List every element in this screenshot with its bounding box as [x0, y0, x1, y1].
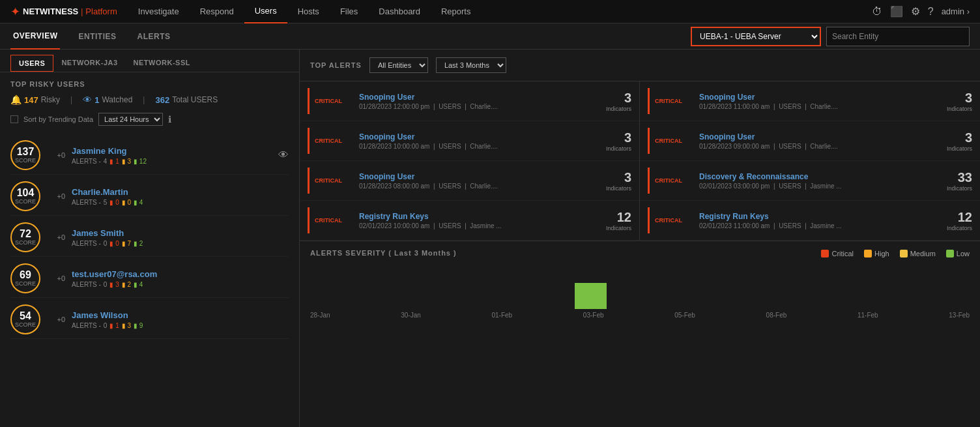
nav-files[interactable]: Files: [330, 0, 368, 23]
risky-stat[interactable]: 🔔 147 Risky: [10, 95, 60, 105]
alerts-label: ALERTS -: [72, 322, 101, 329]
tab-network-ssl[interactable]: NETWORK-SSL: [126, 55, 198, 72]
alert-name[interactable]: Registry Run Keys: [699, 212, 942, 221]
clock-icon[interactable]: ⏱: [872, 6, 882, 18]
critical-line: [308, 168, 310, 194]
score-number: 72: [20, 229, 31, 239]
indicator-number: 3: [606, 170, 631, 185]
indicators-count: 3 Indicators: [606, 91, 631, 112]
alert-red-count: ▮ 1: [109, 158, 119, 165]
sort-select[interactable]: Last 24 Hours: [98, 113, 163, 126]
search-entity-input[interactable]: [826, 27, 970, 46]
alert-name[interactable]: Snooping User: [359, 132, 601, 141]
tab-users[interactable]: USERS: [10, 55, 53, 72]
user-list: 137 SCORE +0 Jasmine King ALERTS - 4 ▮ 1…: [10, 136, 289, 339]
entities-filter[interactable]: All Entities: [369, 57, 428, 73]
alert-info: Registry Run Keys 02/01/2023 10:00:00 am…: [359, 212, 601, 229]
alert-name[interactable]: Snooping User: [359, 172, 601, 181]
critical-label: CRITICAL: [655, 177, 694, 184]
nav-items: Investigate Respond Users Hosts Files Da…: [128, 0, 872, 23]
user-alerts: ALERTS - 0 ▮ 3 ▮ 2 ▮ 4: [72, 281, 289, 288]
total-count: 362: [155, 95, 169, 105]
indicator-label: Indicators: [606, 225, 631, 231]
critical-label: CRITICAL: [315, 177, 354, 184]
alert-info: Discovery & Reconnaissance 02/01/2023 03…: [699, 172, 942, 190]
x-label: 13-Feb: [949, 312, 970, 319]
top-navigation: ✦ NETWITNESS | Platform Investigate Resp…: [0, 0, 980, 23]
legend-critical-label: Critical: [831, 250, 854, 258]
alert-green-count: ▮ 9: [134, 322, 143, 329]
legend-medium-label: Medium: [910, 250, 936, 258]
logo-icon: ✦: [10, 5, 20, 19]
indicator-number: 12: [606, 210, 631, 225]
indicators-count: 3 Indicators: [606, 130, 631, 152]
sec-nav-entities[interactable]: ENTITIES: [76, 23, 119, 50]
legend-low: Low: [946, 250, 970, 258]
settings-icon[interactable]: ⚙: [911, 5, 920, 18]
chart-bar: [575, 283, 606, 309]
severity-label-container: CRITICAL: [315, 138, 354, 144]
severity-label-container: CRITICAL: [315, 98, 354, 104]
user-change: +0: [47, 192, 65, 200]
total-stat[interactable]: 362 Total USERS: [155, 95, 218, 105]
x-label: 30-Jan: [401, 312, 421, 319]
alert-name[interactable]: Discovery & Reconnaissance: [699, 172, 942, 181]
alert-info: Snooping User 01/28/2023 10:00:00 am | U…: [359, 132, 601, 150]
user-name[interactable]: James Smith: [72, 228, 289, 238]
monitor-icon[interactable]: ⬛: [890, 5, 903, 18]
alert-row: CRITICAL Snooping User 01/28/2023 12:00:…: [300, 81, 639, 121]
alert-name[interactable]: Snooping User: [359, 93, 601, 102]
section-title: TOP RISKY USERS: [10, 80, 289, 88]
critical-line: [648, 88, 650, 114]
user-name[interactable]: Jasmine King: [72, 146, 278, 156]
user-name[interactable]: Charlie.Martin: [72, 187, 289, 197]
indicators-count: 33 Indicators: [947, 170, 972, 192]
alert-info: Snooping User 01/28/2023 12:00:00 pm | U…: [359, 93, 601, 110]
alert-total: 0: [104, 281, 108, 288]
critical-line: [308, 207, 310, 233]
alert-red-count: ▮ 3: [109, 281, 119, 288]
alert-orange-count: ▮ 7: [122, 240, 131, 247]
nav-respond[interactable]: Respond: [190, 0, 244, 23]
x-label: 05-Feb: [674, 312, 695, 319]
alert-name[interactable]: Registry Run Keys: [359, 212, 601, 221]
alert-green-count: ▮ 4: [134, 281, 143, 288]
user-name[interactable]: test.user07@rsa.com: [72, 269, 289, 279]
server-select-container: UEBA-1 - UEBA Server: [691, 27, 970, 46]
sort-checkbox[interactable]: [10, 115, 18, 123]
alert-name[interactable]: Snooping User: [699, 132, 942, 141]
user-item: 69 SCORE +0 test.user07@rsa.com ALERTS -…: [10, 259, 289, 298]
score-label: SCORE: [15, 198, 36, 205]
indicator-number: 12: [947, 210, 972, 225]
alert-name[interactable]: Snooping User: [699, 93, 942, 102]
sec-nav-overview[interactable]: OVERVIEW: [10, 23, 60, 50]
nav-dashboard[interactable]: Dashboard: [368, 0, 431, 23]
severity-label-container: CRITICAL: [655, 217, 694, 224]
watched-label: Watched: [102, 95, 132, 104]
legend-low-dot: [946, 250, 954, 258]
chart-header: ALERTS SEVERITY ( Last 3 Months ) Critic…: [310, 249, 970, 263]
watch-icon[interactable]: 👁: [278, 149, 289, 161]
alert-green-count: ▮ 4: [134, 199, 143, 206]
nav-users[interactable]: Users: [244, 0, 287, 23]
logo-platform: Platform: [85, 7, 117, 16]
info-icon[interactable]: ℹ: [168, 114, 171, 125]
chart-bars: [310, 263, 970, 309]
help-icon[interactable]: ?: [928, 6, 934, 18]
time-filter[interactable]: Last 3 Months: [436, 57, 506, 73]
sec-nav-alerts[interactable]: ALERTS: [134, 23, 173, 50]
watched-stat[interactable]: 👁 1 Watched: [83, 95, 132, 105]
alert-total: 4: [104, 158, 108, 165]
score-number: 104: [17, 188, 35, 198]
nav-hosts[interactable]: Hosts: [287, 0, 330, 23]
user-name[interactable]: James Wilson: [72, 310, 289, 320]
critical-label: CRITICAL: [655, 138, 694, 144]
logo: ✦ NETWITNESS | Platform: [0, 5, 128, 19]
user-item: 104 SCORE +0 Charlie.Martin ALERTS - 5 ▮…: [10, 177, 289, 216]
secondary-navigation: OVERVIEW ENTITIES ALERTS UEBA-1 - UEBA S…: [0, 23, 980, 50]
nav-reports[interactable]: Reports: [431, 0, 482, 23]
server-select[interactable]: UEBA-1 - UEBA Server: [691, 27, 821, 46]
admin-menu[interactable]: admin ›: [942, 7, 970, 16]
nav-investigate[interactable]: Investigate: [128, 0, 190, 23]
tab-network-ja3[interactable]: NETWORK-JA3: [53, 55, 125, 72]
